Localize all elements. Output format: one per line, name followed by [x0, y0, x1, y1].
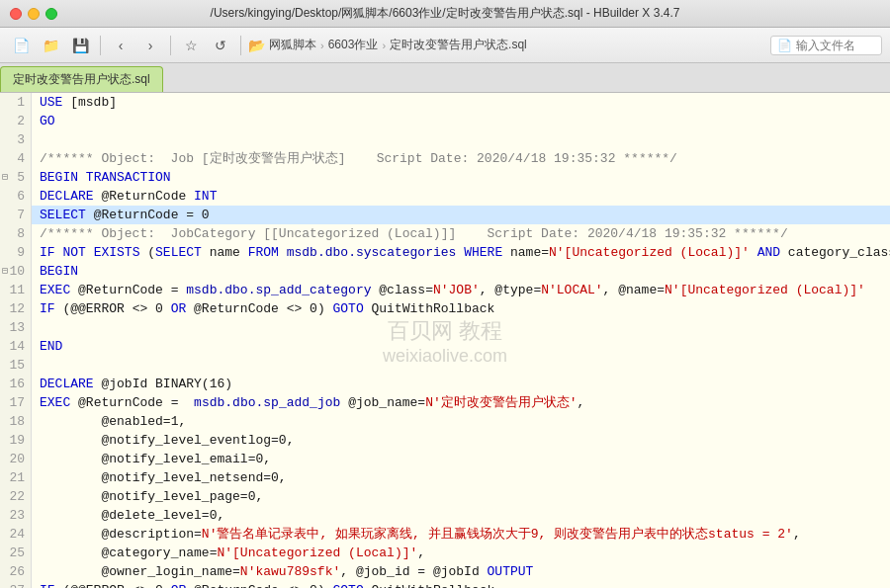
code-line-20[interactable]: @notify_level_email=0,: [32, 450, 890, 468]
line-number-18: 18: [0, 412, 31, 431]
code-line-6[interactable]: DECLARE @ReturnCode INT: [32, 187, 890, 206]
code-line-25[interactable]: @category_name=N'[Uncategorized (Local)]…: [32, 544, 890, 562]
code-line-18[interactable]: @enabled=1,: [32, 412, 890, 431]
folder-icon: 📂: [248, 38, 265, 53]
code-line-13[interactable]: [32, 318, 890, 337]
line-number-6: 6: [0, 187, 31, 206]
title-bar: /Users/kingying/Desktop/网狐脚本/6603作业/定时改变…: [0, 0, 890, 28]
line-number-22: 22: [0, 487, 31, 506]
line-number-9: 9: [0, 243, 31, 262]
code-line-19[interactable]: @notify_level_eventlog=0,: [32, 431, 890, 450]
tab-label: 定时改变警告用户状态.sql: [13, 71, 150, 88]
save-button[interactable]: 💾: [67, 33, 93, 58]
line-number-4: 4: [0, 149, 31, 168]
forward-button[interactable]: ›: [137, 33, 163, 58]
editor-container: 1234⊟56789⊟10111213141516171819202122232…: [0, 93, 890, 588]
line-number-7: 7: [0, 206, 31, 224]
code-line-7[interactable]: SELECT @ReturnCode = 0: [32, 206, 890, 224]
breadcrumb: 📂 网狐脚本 › 6603作业 › 定时改变警告用户状态.sql: [248, 37, 766, 53]
code-line-12[interactable]: IF (@@ERROR <> 0 OR @ReturnCode <> 0) GO…: [32, 299, 890, 318]
line-number-12: 12: [0, 299, 31, 318]
refresh-button[interactable]: ↺: [208, 33, 233, 58]
code-line-23[interactable]: @delete_level=0,: [32, 506, 890, 525]
code-line-21[interactable]: @notify_level_netsend=0,: [32, 468, 890, 487]
code-area[interactable]: USE [msdb]GO /****** Object: Job [定时改变警告…: [32, 93, 890, 588]
line-numbers: 1234⊟56789⊟10111213141516171819202122232…: [0, 93, 32, 588]
line-number-19: 19: [0, 431, 31, 450]
file-name-input-area[interactable]: 📄: [770, 36, 882, 55]
line-number-8: 8: [0, 224, 31, 243]
code-line-3[interactable]: [32, 130, 890, 149]
maximize-button[interactable]: [45, 8, 57, 20]
line-number-27: 27: [0, 581, 31, 588]
separator-2: [170, 36, 171, 55]
code-line-24[interactable]: @description=N'警告名单记录表中, 如果玩家离线, 并且赢钱场次大…: [32, 525, 890, 544]
close-button[interactable]: [10, 8, 22, 20]
open-button[interactable]: 📁: [38, 33, 63, 58]
line-number-1: 1: [0, 93, 31, 112]
line-number-11: 11: [0, 281, 31, 299]
line-number-16: 16: [0, 375, 31, 393]
code-line-10[interactable]: BEGIN: [32, 262, 890, 281]
toolbar: 📄 📁 💾 ‹ › ☆ ↺ 📂 网狐脚本 › 6603作业 › 定时改变警告用户…: [0, 28, 890, 63]
line-number-3: 3: [0, 130, 31, 149]
breadcrumb-sep-1: ›: [320, 40, 324, 51]
tab-sql-file[interactable]: 定时改变警告用户状态.sql: [0, 66, 163, 92]
line-number-15: 15: [0, 356, 31, 375]
bookmark-button[interactable]: ☆: [178, 33, 204, 58]
line-number-24: 24: [0, 525, 31, 544]
code-line-27[interactable]: IF (@@ERROR <> 0 OR @ReturnCode <> 0) GO…: [32, 581, 890, 588]
code-line-1[interactable]: USE [msdb]: [32, 93, 890, 112]
line-number-20: 20: [0, 450, 31, 468]
minimize-button[interactable]: [28, 8, 40, 20]
tab-bar: 定时改变警告用户状态.sql: [0, 63, 890, 93]
traffic-lights: [10, 8, 57, 20]
code-line-15[interactable]: [32, 356, 890, 375]
code-line-2[interactable]: GO: [32, 112, 890, 130]
line-number-13: 13: [0, 318, 31, 337]
code-line-5[interactable]: BEGIN TRANSACTION: [32, 168, 890, 187]
line-number-23: 23: [0, 506, 31, 525]
line-number-17: 17: [0, 393, 31, 412]
line-number-14: 14: [0, 337, 31, 356]
line-number-26: 26: [0, 562, 31, 581]
separator-3: [240, 36, 241, 55]
back-button[interactable]: ‹: [108, 33, 134, 58]
code-line-26[interactable]: @owner_login_name=N'kawu789sfk', @job_id…: [32, 562, 890, 581]
code-line-4[interactable]: /****** Object: Job [定时改变警告用户状态] Script …: [32, 149, 890, 168]
line-number-2: 2: [0, 112, 31, 130]
breadcrumb-root[interactable]: 网狐脚本: [269, 37, 316, 53]
file-name-input[interactable]: [796, 39, 875, 52]
code-line-14[interactable]: END: [32, 337, 890, 356]
code-line-22[interactable]: @notify_level_page=0,: [32, 487, 890, 506]
breadcrumb-file[interactable]: 定时改变警告用户状态.sql: [390, 37, 527, 53]
line-number-25: 25: [0, 544, 31, 562]
new-file-button[interactable]: 📄: [8, 33, 34, 58]
breadcrumb-sep-2: ›: [382, 40, 386, 51]
code-line-9[interactable]: IF NOT EXISTS (SELECT name FROM msdb.dbo…: [32, 243, 890, 262]
line-number-5: ⊟5: [0, 168, 31, 187]
code-line-8[interactable]: /****** Object: JobCategory [[Uncategori…: [32, 224, 890, 243]
line-number-10: ⊟10: [0, 262, 31, 281]
code-line-16[interactable]: DECLARE @jobId BINARY(16): [32, 375, 890, 393]
breadcrumb-folder[interactable]: 6603作业: [328, 37, 379, 53]
window-title: /Users/kingying/Desktop/网狐脚本/6603作业/定时改变…: [211, 5, 680, 22]
line-number-21: 21: [0, 468, 31, 487]
code-line-11[interactable]: EXEC @ReturnCode = msdb.dbo.sp_add_categ…: [32, 281, 890, 299]
code-line-17[interactable]: EXEC @ReturnCode = msdb.dbo.sp_add_job @…: [32, 393, 890, 412]
separator-1: [100, 36, 101, 55]
file-icon: 📄: [777, 39, 792, 52]
